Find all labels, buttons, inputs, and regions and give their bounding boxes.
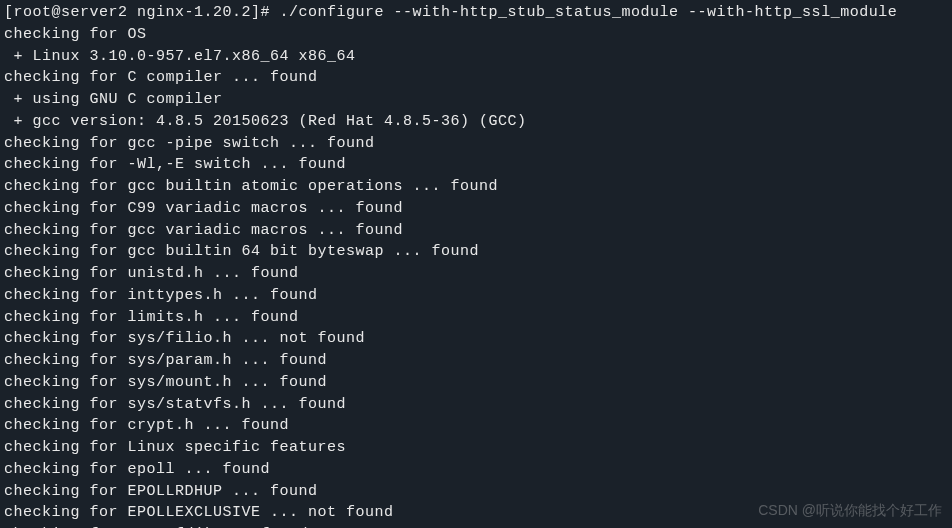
terminal-line: checking for sys/statvfs.h ... found (4, 394, 948, 416)
terminal-line: checking for sys/filio.h ... not found (4, 328, 948, 350)
terminal-line: checking for sys/mount.h ... found (4, 372, 948, 394)
terminal-line: checking for C99 variadic macros ... fou… (4, 198, 948, 220)
terminal-line: + using GNU C compiler (4, 89, 948, 111)
terminal-line: checking for limits.h ... found (4, 307, 948, 329)
terminal-line: checking for -Wl,-E switch ... found (4, 154, 948, 176)
terminal-line: checking for Linux specific features (4, 437, 948, 459)
terminal-line: checking for gcc builtin atomic operatio… (4, 176, 948, 198)
terminal-line: checking for gcc builtin 64 bit byteswap… (4, 241, 948, 263)
terminal-line: checking for unistd.h ... found (4, 263, 948, 285)
terminal-line: checking for gcc -pipe switch ... found (4, 133, 948, 155)
terminal-line: checking for eventfd() ... found (4, 524, 948, 528)
terminal-line: [root@server2 nginx-1.20.2]# ./configure… (4, 2, 948, 24)
terminal-line: checking for OS (4, 24, 948, 46)
terminal-line: checking for sys/param.h ... found (4, 350, 948, 372)
terminal-line: checking for inttypes.h ... found (4, 285, 948, 307)
terminal-output[interactable]: [root@server2 nginx-1.20.2]# ./configure… (4, 2, 948, 528)
terminal-line: checking for epoll ... found (4, 459, 948, 481)
terminal-line: checking for C compiler ... found (4, 67, 948, 89)
terminal-line: checking for gcc variadic macros ... fou… (4, 220, 948, 242)
terminal-line: checking for crypt.h ... found (4, 415, 948, 437)
watermark-text: CSDN @听说你能找个好工作 (758, 500, 942, 520)
terminal-line: + Linux 3.10.0-957.el7.x86_64 x86_64 (4, 46, 948, 68)
terminal-line: + gcc version: 4.8.5 20150623 (Red Hat 4… (4, 111, 948, 133)
